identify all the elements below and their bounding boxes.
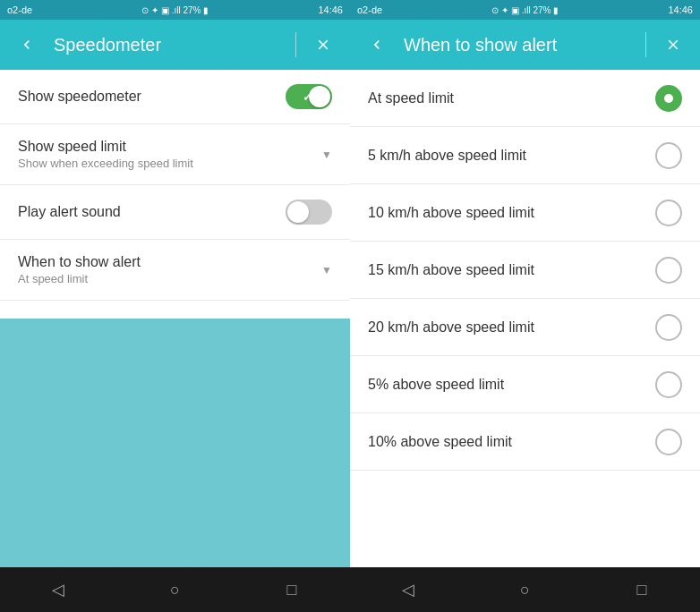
show-speed-limit-row[interactable]: Show speed limit Show when exceeding spe…	[0, 124, 350, 185]
option-10pct-radio[interactable]	[655, 429, 682, 455]
show-speedometer-row[interactable]: Show speedometer ✓	[0, 70, 350, 124]
radio-inner-selected	[664, 94, 673, 103]
left-status-icons: ⊙ ✦ ▣ .ıll 27% ▮	[141, 5, 209, 15]
when-to-show-alert-sublabel: At speed limit	[18, 272, 314, 285]
left-close-button[interactable]	[307, 29, 339, 61]
left-nav-back[interactable]: ◁	[31, 572, 85, 608]
right-close-button[interactable]	[657, 29, 689, 61]
when-to-show-alert-text: When to show alert At speed limit	[18, 254, 314, 285]
left-carrier: o2-de	[7, 4, 32, 15]
play-alert-sound-label: Play alert sound	[18, 204, 286, 220]
play-alert-sound-toggle[interactable]	[286, 200, 332, 225]
when-to-show-alert-label: When to show alert	[18, 254, 314, 270]
play-alert-sound-text: Play alert sound	[18, 204, 286, 220]
option-5pct-label: 5% above speed limit	[368, 377, 504, 393]
right-nav-home[interactable]: ○	[498, 572, 551, 608]
left-panel: o2-de ⊙ ✦ ▣ .ıll 27% ▮ 14:46 Speedometer…	[0, 0, 350, 612]
option-at-speed-limit-label: At speed limit	[368, 90, 454, 106]
option-at-speed-limit-row[interactable]: At speed limit	[350, 70, 700, 127]
right-options-content: At speed limit 5 km/h above speed limit …	[350, 70, 700, 567]
right-carrier: o2-de	[357, 4, 382, 15]
right-status-bar: o2-de ⊙ ✦ ▣ .ıll 27% ▮ 14:46	[350, 0, 700, 20]
left-nav-home[interactable]: ○	[148, 572, 201, 608]
left-status-bar: o2-de ⊙ ✦ ▣ .ıll 27% ▮ 14:46	[0, 0, 350, 20]
option-15kmh-row[interactable]: 15 km/h above speed limit	[350, 242, 700, 299]
right-panel: o2-de ⊙ ✦ ▣ .ıll 27% ▮ 14:46 When to sho…	[350, 0, 700, 612]
show-speed-limit-label: Show speed limit	[18, 139, 314, 155]
option-20kmh-label: 20 km/h above speed limit	[368, 319, 534, 336]
left-back-button[interactable]	[11, 29, 43, 61]
right-divider	[645, 32, 646, 57]
left-nav-bar: ◁ ○ □	[0, 567, 350, 612]
toggle-thumb	[309, 86, 330, 107]
option-10kmh-radio[interactable]	[655, 200, 682, 226]
left-settings-content: Show speedometer ✓ Show speed limit Show…	[0, 70, 350, 319]
option-10kmh-label: 10 km/h above speed limit	[368, 205, 534, 221]
show-speed-limit-arrow: ▼	[321, 149, 332, 161]
left-time: 14:46	[318, 4, 343, 15]
left-nav-recent[interactable]: □	[265, 572, 319, 608]
option-at-speed-limit-radio[interactable]	[655, 85, 682, 112]
left-app-bar: Speedometer	[0, 20, 350, 70]
show-speedometer-text: Show speedometer	[18, 89, 286, 105]
option-15kmh-label: 15 km/h above speed limit	[368, 262, 534, 278]
right-time: 14:46	[668, 4, 693, 15]
right-app-bar-title: When to show alert	[404, 35, 635, 55]
right-nav-bar: ◁ ○ □	[350, 567, 700, 612]
show-speed-limit-sublabel: Show when exceeding speed limit	[18, 157, 314, 170]
show-speed-limit-text: Show speed limit Show when exceeding spe…	[18, 139, 314, 170]
left-app-bar-title: Speedometer	[54, 35, 285, 55]
option-5pct-radio[interactable]	[655, 371, 682, 398]
right-nav-back[interactable]: ◁	[381, 572, 435, 608]
right-app-bar: When to show alert	[350, 20, 700, 70]
show-speedometer-toggle[interactable]: ✓	[286, 84, 332, 109]
left-divider	[295, 32, 296, 57]
option-10pct-label: 10% above speed limit	[368, 434, 512, 450]
option-5pct-row[interactable]: 5% above speed limit	[350, 356, 700, 413]
option-5kmh-label: 5 km/h above speed limit	[368, 148, 526, 164]
option-20kmh-radio[interactable]	[655, 314, 682, 341]
right-status-icons: ⊙ ✦ ▣ .ıll 27% ▮	[491, 5, 559, 15]
option-5kmh-radio[interactable]	[655, 142, 682, 169]
when-to-show-alert-row[interactable]: When to show alert At speed limit ▼	[0, 240, 350, 301]
option-20kmh-row[interactable]: 20 km/h above speed limit	[350, 299, 700, 356]
left-teal-area	[0, 319, 350, 567]
when-to-show-alert-arrow: ▼	[321, 264, 332, 276]
play-alert-sound-row[interactable]: Play alert sound	[0, 185, 350, 240]
right-back-button[interactable]	[361, 29, 393, 61]
show-speedometer-label: Show speedometer	[18, 89, 286, 105]
toggle-thumb-off	[287, 201, 309, 223]
option-10pct-row[interactable]: 10% above speed limit	[350, 413, 700, 471]
option-15kmh-radio[interactable]	[655, 257, 682, 284]
option-10kmh-row[interactable]: 10 km/h above speed limit	[350, 184, 700, 242]
option-5kmh-row[interactable]: 5 km/h above speed limit	[350, 127, 700, 184]
right-nav-recent[interactable]: □	[615, 572, 669, 608]
